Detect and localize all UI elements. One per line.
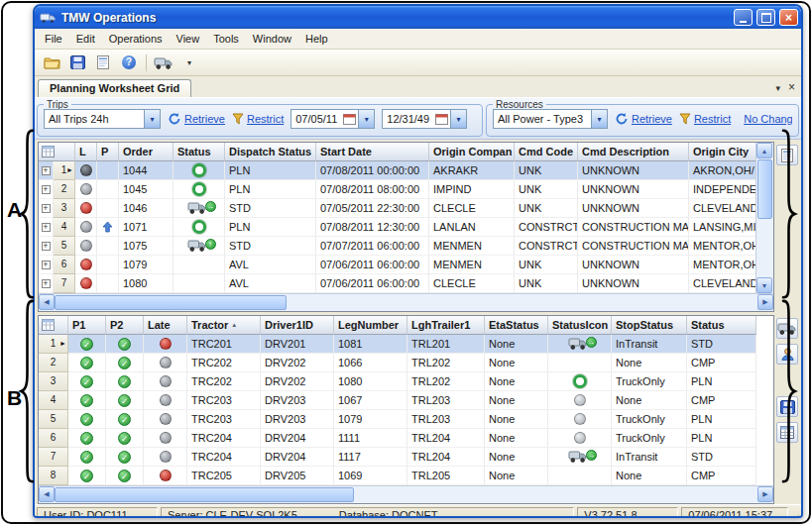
row-header[interactable]: 8 [39, 467, 68, 485]
tab-close-icon[interactable] [788, 81, 795, 93]
truck-icon[interactable] [776, 318, 798, 339]
vscroll-thumb[interactable] [757, 159, 772, 219]
grid-b-column-legnumber[interactable]: LegNumber [334, 316, 407, 335]
grid-b-column-tractor[interactable]: Tractor▲ [187, 316, 261, 335]
help-icon[interactable]: ? [117, 52, 141, 73]
grid-a-column-dispatch-status[interactable]: Dispatch Status [225, 143, 316, 161]
grid-b-row[interactable]: 3✓✓TRC202DRV2021080TRL202NoneTruckOnlyPL… [39, 372, 773, 391]
save-icon[interactable] [65, 52, 89, 73]
close-button[interactable] [779, 9, 798, 26]
select-all-icon[interactable] [39, 143, 75, 161]
grid-a-column-l[interactable]: L [75, 143, 97, 161]
grid-a-column-start-date[interactable]: Start Date [316, 143, 429, 161]
trips-retrieve-link[interactable]: Retrieve [168, 112, 225, 126]
row-expander[interactable] [39, 274, 54, 293]
grid-a-row[interactable]: 21045PLN07/08/2011 08:00:00IMPINDUNKUNKN… [39, 180, 755, 199]
hscroll-track[interactable] [287, 294, 757, 311]
row-header[interactable]: 1 [39, 335, 68, 354]
row-header[interactable]: 6 [54, 256, 75, 274]
grid-b-column-stopstatus[interactable]: StopStatus [612, 316, 687, 335]
scroll-up-icon[interactable] [756, 143, 772, 158]
resources-view-combobox[interactable]: All Power - Type3 [493, 109, 608, 129]
select-all-icon[interactable] [39, 316, 68, 335]
grid-a-row[interactable]: 11044PLN07/08/2011 00:00:00AKRAKRUNKUNKN… [39, 161, 755, 180]
expand-plus-icon[interactable] [42, 223, 51, 232]
trips-view-combobox[interactable]: All Trips 24h [44, 109, 161, 129]
row-header[interactable]: 3 [54, 199, 75, 218]
menu-item-window[interactable]: Window [246, 31, 298, 47]
tab-list-dropdown-icon[interactable] [775, 81, 780, 93]
truck-icon[interactable] [152, 52, 175, 73]
menu-item-tools[interactable]: Tools [206, 31, 246, 47]
menu-item-edit[interactable]: Edit [69, 31, 102, 47]
resize-grip[interactable] [791, 513, 799, 518]
open-icon[interactable] [40, 52, 63, 73]
grid-b-hscrollbar[interactable] [39, 485, 773, 503]
grid-b-column-p2[interactable]: P2 [106, 316, 144, 335]
row-header[interactable]: 2 [39, 354, 68, 372]
grid-b-column-status[interactable]: Status [687, 316, 756, 335]
grid-icon[interactable] [776, 422, 798, 443]
menu-item-view[interactable]: View [170, 31, 207, 47]
expand-plus-icon[interactable] [42, 185, 51, 194]
resources-retrieve-link[interactable]: Retrieve [615, 112, 672, 126]
scroll-right-icon[interactable] [757, 486, 773, 502]
grid-a-vscrollbar[interactable] [755, 143, 773, 293]
grid-b-row[interactable]: 4✓✓TRC203DRV2031067TRL203NoneNoneCMP [39, 391, 773, 410]
grid-a-column-origin-city[interactable]: Origin City [689, 143, 755, 161]
title-bar[interactable]: TMW Operations [35, 6, 801, 29]
row-expander[interactable] [39, 237, 54, 256]
grid-b-row[interactable]: 5✓✓TRC203DRV2031079TRL203NoneTruckOnlyPL… [39, 410, 773, 429]
grid-b-row[interactable]: 7✓✓TRC204DRV2041117TRL204None→InTransitS… [39, 448, 773, 467]
menu-item-operations[interactable]: Operations [102, 31, 170, 47]
grid-b-column-etastatus[interactable]: EtaStatus [485, 316, 548, 335]
grid-a-column-cmd-description[interactable]: Cmd Description [578, 143, 689, 161]
grid-a-column-order[interactable]: Order [119, 143, 174, 161]
scroll-right-icon[interactable] [757, 294, 773, 310]
grid-b-row[interactable]: 8✓✓TRC205DRV2051069TRL205NoneNoneCMP [39, 467, 773, 485]
hscroll-thumb[interactable] [55, 295, 287, 310]
expand-plus-icon[interactable] [42, 166, 51, 175]
grid-a-column-origin-compan[interactable]: Origin Compan [429, 143, 515, 161]
toolbar-overflow-icon[interactable]: ▾ [177, 52, 201, 73]
scroll-left-icon[interactable] [39, 294, 55, 310]
chevron-down-icon[interactable] [144, 110, 160, 128]
row-header[interactable]: 7 [39, 448, 68, 467]
grid-b-column-p1[interactable]: P1 [68, 316, 106, 335]
grid-a-row[interactable]: 51075↑STD07/07/2011 06:00:00MENMENCONSTR… [39, 237, 755, 256]
scroll-left-icon[interactable] [39, 486, 55, 502]
no-change-link[interactable]: No Change [744, 113, 792, 125]
date-from-picker[interactable]: 07/05/11 [290, 109, 375, 129]
vscroll-track[interactable] [756, 220, 773, 277]
date-to-picker[interactable]: 12/31/49 [382, 109, 467, 129]
chevron-down-icon[interactable] [450, 110, 466, 128]
tab-planning-worksheet-grid[interactable]: Planning Worksheet Grid [38, 79, 191, 97]
row-expander[interactable] [39, 161, 54, 180]
expand-plus-icon[interactable] [42, 261, 51, 269]
grid-a-column-cmd-code[interactable]: Cmd Code [515, 143, 578, 161]
grid-b-column-driver1id[interactable]: Driver1ID [261, 316, 334, 335]
grid-a-column-status[interactable]: Status [174, 143, 225, 161]
chevron-down-icon[interactable] [591, 110, 607, 128]
row-header[interactable]: 3 [39, 372, 68, 391]
grid-b-row[interactable]: 6✓✓TRC204DRV2041111TRL204NoneTruckOnlyPL… [39, 429, 773, 448]
hscroll-track[interactable] [354, 486, 757, 503]
grid-a-row[interactable]: 71080AVL07/06/2011 06:00:00CLECLEUNKUNKN… [39, 274, 755, 293]
document-icon[interactable] [91, 52, 115, 73]
grid-a-row[interactable]: 61079AVL07/06/2011 06:00:00MENMENUNKUNKN… [39, 256, 755, 274]
grid-a-row[interactable]: 41071PLN07/08/2011 12:30:00LANLANCONSTRC… [39, 218, 755, 237]
row-header[interactable]: 5 [54, 237, 75, 256]
grid-a-hscrollbar[interactable] [39, 293, 773, 311]
expand-plus-icon[interactable] [42, 204, 51, 213]
minimize-button[interactable] [734, 9, 753, 26]
row-expander[interactable] [39, 256, 54, 274]
row-header[interactable]: 6 [39, 429, 68, 448]
grid-b-row[interactable]: 2✓✓TRC202DRV2021066TRL202NoneNoneCMP [39, 354, 773, 372]
expand-plus-icon[interactable] [42, 279, 51, 288]
row-header[interactable]: 5 [39, 410, 68, 429]
row-expander[interactable] [39, 218, 54, 237]
save-icon[interactable] [776, 396, 798, 417]
menu-item-file[interactable]: File [38, 31, 69, 47]
grid-a-row[interactable]: 31046→STD07/05/2011 22:30:00CLECLEUNKUNK… [39, 199, 755, 218]
row-expander[interactable] [39, 199, 54, 218]
